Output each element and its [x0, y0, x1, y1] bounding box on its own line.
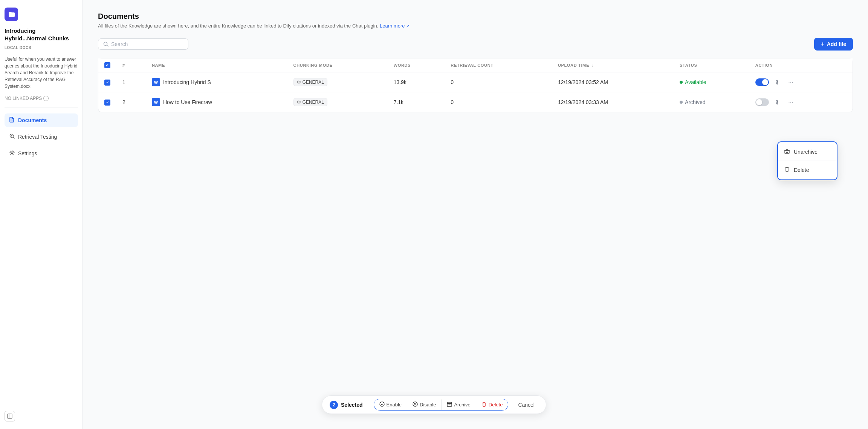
svg-point-12 — [380, 402, 384, 406]
toggle-knob — [762, 79, 768, 85]
selected-badge: 2 Selected — [330, 401, 369, 409]
col-number: # — [116, 58, 146, 72]
disable-button[interactable]: Disable — [407, 399, 442, 410]
unarchive-icon — [784, 148, 790, 155]
delete-btn-label: Delete — [489, 402, 503, 408]
info-icon: i — [43, 96, 49, 101]
search-box[interactable]: Search — [98, 38, 188, 50]
page-title: Documents — [98, 12, 853, 21]
delete-trash-icon — [481, 401, 487, 408]
sidebar-divider — [5, 107, 78, 107]
search-icon — [103, 41, 109, 47]
sidebar-bottom — [5, 406, 78, 421]
row-2-name-cell: W How to Use Firecraw — [152, 98, 281, 106]
sidebar: Introducing Hybrid...Normal Chunks LOCAL… — [0, 0, 83, 429]
svg-point-8 — [776, 100, 778, 101]
row-2-file-icon: W — [152, 98, 160, 106]
svg-point-10 — [776, 103, 778, 104]
archive-button[interactable]: Archive — [442, 399, 476, 410]
svg-point-1 — [11, 152, 13, 154]
sort-arrow: ↓ — [592, 63, 594, 67]
bottom-bar-actions: Enable Disable Archive — [374, 399, 509, 411]
add-file-label: Add file — [827, 41, 846, 47]
search-placeholder: Search — [111, 41, 128, 47]
content-area: Documents All files of the Knowledge are… — [83, 0, 868, 429]
documents-table: ✓ # NAME CHUNKING MODE WORDS RETRIEVAL C… — [98, 58, 853, 112]
status-dot-gray — [680, 101, 683, 104]
sidebar-title: Introducing Hybrid...Normal Chunks — [5, 27, 78, 42]
row-2-checkbox[interactable]: ✓ — [104, 100, 110, 106]
row-1-number: 1 — [116, 72, 146, 92]
bottom-bar-container: 2 Selected Enable — [322, 395, 546, 414]
delete-button[interactable]: Delete — [476, 399, 508, 410]
toolbar: Search + Add file — [98, 38, 853, 51]
table-row: ✓ 1 W Introducing Hybrid S ⚙ — [98, 72, 853, 92]
page-description: All files of the Knowledge are shown her… — [98, 23, 853, 29]
col-upload-time[interactable]: UPLOAD TIME ↓ — [552, 58, 674, 72]
col-chunking: CHUNKING MODE — [287, 58, 388, 72]
sidebar-item-retrieval-label: Retrieval Testing — [18, 134, 57, 140]
selected-count: 2 — [330, 401, 338, 409]
external-link-icon: ↗ — [406, 24, 410, 28]
documents-icon — [9, 116, 15, 124]
enable-button[interactable]: Enable — [374, 399, 407, 410]
selected-label: Selected — [341, 402, 363, 408]
status-dot-green — [680, 81, 683, 84]
row-1-file-icon: W — [152, 78, 160, 86]
disable-label: Disable — [420, 402, 436, 408]
row-1-words: 13.9k — [388, 72, 445, 92]
app-logo — [5, 8, 18, 21]
context-menu-delete[interactable]: Delete — [778, 162, 837, 177]
sidebar-item-settings[interactable]: Settings — [5, 147, 78, 160]
svg-point-7 — [776, 83, 778, 84]
settings-icon — [9, 150, 15, 157]
svg-point-6 — [776, 82, 778, 83]
row-1-actions: ··· — [755, 77, 847, 87]
table-row: ✓ 2 W How to Use Firecraw ⚙ — [98, 92, 853, 112]
row-1-filename[interactable]: Introducing Hybrid S — [163, 79, 211, 85]
toggle-knob-2 — [756, 99, 762, 105]
disable-icon — [413, 401, 418, 408]
sidebar-description: Useful for when you want to answer queri… — [5, 56, 78, 90]
add-file-button[interactable]: + Add file — [814, 38, 853, 51]
row-2-words: 7.1k — [388, 92, 445, 112]
sidebar-item-settings-label: Settings — [18, 150, 37, 156]
sidebar-collapse-icon[interactable] — [5, 411, 15, 421]
sidebar-item-documents-label: Documents — [18, 117, 47, 123]
archive-icon — [447, 401, 452, 408]
enable-label: Enable — [387, 402, 402, 408]
sidebar-item-retrieval-testing[interactable]: Retrieval Testing — [5, 130, 78, 144]
general-tag-icon: ⚙ — [297, 80, 301, 85]
select-all-checkbox[interactable]: ✓ — [104, 62, 110, 68]
cancel-button[interactable]: Cancel — [514, 400, 538, 410]
sidebar-subtitle: LOCAL DOCS — [5, 46, 78, 50]
bottom-action-bar: 2 Selected Enable — [322, 395, 546, 414]
no-linked-apps: NO LINKED APPS i — [5, 96, 78, 101]
row-1-checkbox[interactable]: ✓ — [104, 80, 110, 86]
general-tag-icon-2: ⚙ — [297, 100, 301, 105]
col-name: NAME — [146, 58, 287, 72]
row-1-retrieval-count: 0 — [445, 72, 552, 92]
row-1-settings-icon[interactable] — [772, 77, 782, 87]
svg-point-9 — [776, 102, 778, 103]
row-2-settings-icon[interactable] — [772, 97, 782, 107]
col-words: WORDS — [388, 58, 445, 72]
context-menu-divider — [778, 161, 837, 161]
row-2-more-icon[interactable]: ··· — [785, 97, 796, 107]
col-status: STATUS — [674, 58, 749, 72]
add-file-icon: + — [821, 41, 824, 47]
delete-label: Delete — [794, 167, 809, 173]
archive-label: Archive — [454, 402, 470, 408]
row-2-toggle[interactable] — [755, 98, 769, 106]
row-1-more-icon[interactable]: ··· — [785, 77, 796, 87]
col-retrieval: RETRIEVAL COUNT — [445, 58, 552, 72]
row-2-retrieval-count: 0 — [445, 92, 552, 112]
row-1-toggle[interactable] — [755, 78, 769, 86]
learn-more-link[interactable]: Learn more ↗ — [380, 23, 410, 29]
row-1-name-cell: W Introducing Hybrid S — [152, 78, 281, 86]
row-2-filename[interactable]: How to Use Firecraw — [163, 99, 212, 105]
sidebar-item-documents[interactable]: Documents — [5, 113, 78, 127]
context-menu: Unarchive Delete — [777, 141, 837, 180]
documents-table-container: ✓ # NAME CHUNKING MODE WORDS RETRIEVAL C… — [98, 58, 853, 112]
context-menu-unarchive[interactable]: Unarchive — [778, 144, 837, 159]
